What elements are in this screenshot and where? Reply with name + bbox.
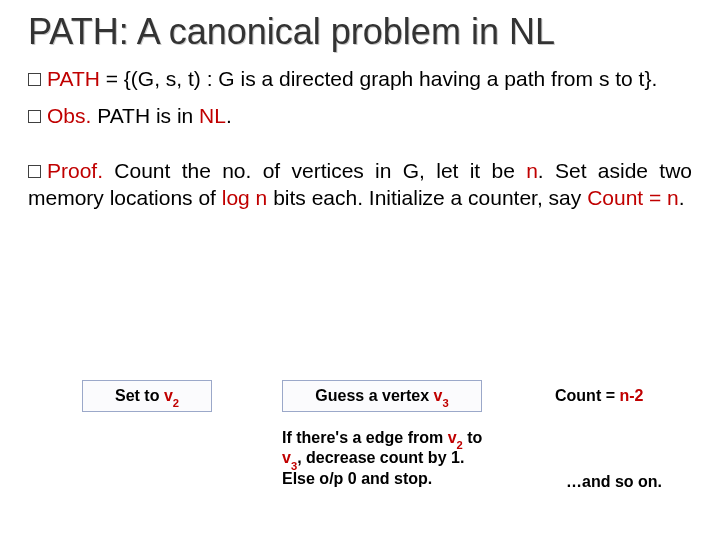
edge-p2: to (463, 429, 483, 446)
proof-keyword: Proof. (47, 159, 103, 182)
bullet-obs: Obs. PATH is in NL. (28, 103, 692, 130)
bullet-square-icon (28, 110, 41, 123)
edge-v3: v3 (282, 449, 297, 466)
box-guess-v3: Guess a vertex v3 (282, 380, 482, 412)
proof-p3: bits each. Initialize a counter, say (267, 186, 587, 209)
box2-pre: Guess a vertex (315, 387, 433, 404)
box2-var: v3 (434, 387, 449, 404)
obs-tail: . (226, 104, 232, 127)
nl-keyword: NL (199, 104, 226, 127)
obs-keyword: Obs. (47, 104, 91, 127)
box1-var: v2 (164, 387, 179, 404)
path-def-text: = {(G, s, t) : G is a directed graph hav… (100, 67, 657, 90)
proof-count: Count = n (587, 186, 679, 209)
bullet-square-icon (28, 165, 41, 178)
count-pre: Count = (555, 387, 619, 404)
edge-v2s: 2 (457, 439, 463, 451)
slide: PATH: A canonical problem in NL PATH = {… (0, 0, 720, 540)
edge-v2: v2 (448, 429, 463, 446)
bullet-list: PATH = {(G, s, t) : G is a directed grap… (28, 66, 692, 212)
edge-v3v: v (282, 449, 291, 466)
obs-mid: PATH is in (91, 104, 199, 127)
box1-v: v (164, 387, 173, 404)
edge-p3: , decrease count by 1. Else o/p 0 and st… (282, 449, 464, 486)
box2-sub: 3 (442, 397, 448, 409)
box1-pre: Set to (115, 387, 164, 404)
edge-p1: If there's a edge from (282, 429, 448, 446)
note-and-so-on: …and so on. (566, 472, 706, 492)
spacer (28, 140, 692, 158)
box1-sub: 2 (173, 397, 179, 409)
proof-n: n (526, 159, 538, 182)
slide-title: PATH: A canonical problem in NL (28, 12, 692, 52)
edge-v3s: 3 (291, 460, 297, 472)
edge-v2v: v (448, 429, 457, 446)
proof-p4: . (679, 186, 685, 209)
path-keyword: PATH (47, 67, 100, 90)
proof-p1: Count the no. of vertices in G, let it b… (103, 159, 526, 182)
bullet-proof: Proof. Count the no. of vertices in G, l… (28, 158, 692, 212)
proof-logn: log n (222, 186, 268, 209)
count-val: n-2 (619, 387, 643, 404)
note-count: Count = n-2 (555, 386, 695, 406)
bullet-square-icon (28, 73, 41, 86)
box-set-v2: Set to v2 (82, 380, 212, 412)
bullet-path-def: PATH = {(G, s, t) : G is a directed grap… (28, 66, 692, 93)
note-edge: If there's a edge from v2 to v3, decreas… (282, 428, 492, 489)
